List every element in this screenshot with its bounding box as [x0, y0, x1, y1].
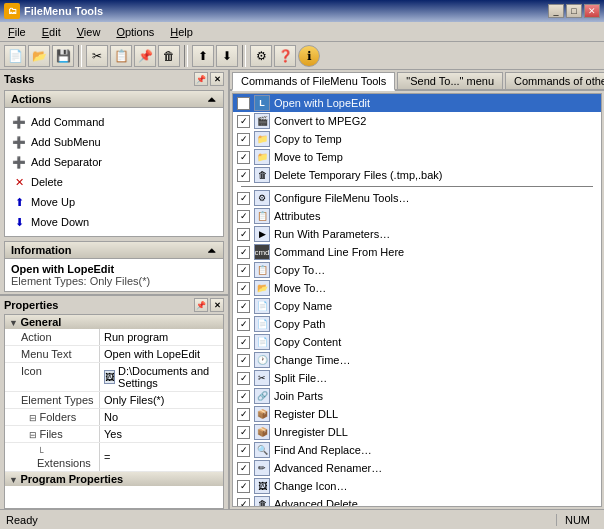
- action-add-command[interactable]: ➕ Add Command: [9, 112, 219, 132]
- toolbar-new[interactable]: 📄: [4, 45, 26, 67]
- program-props-expand-icon[interactable]: ▼: [9, 475, 20, 485]
- cmd-item-copycontent[interactable]: ✓ 📄 Copy Content: [233, 333, 601, 351]
- tab-commands[interactable]: Commands of FileMenu Tools: [232, 72, 395, 91]
- cmd-checkbox-11[interactable]: ✓: [237, 300, 250, 313]
- cmd-checkbox-18[interactable]: ✓: [237, 426, 250, 439]
- action-add-submenu[interactable]: ➕ Add SubMenu: [9, 132, 219, 152]
- toolbar-paste[interactable]: 📌: [134, 45, 156, 67]
- cmd-item-open-with-lopeedit[interactable]: ✓ L Open with LopeEdit: [233, 94, 601, 112]
- cmd-item-copypath[interactable]: ✓ 📄 Copy Path: [233, 315, 601, 333]
- cmd-item-changeicon[interactable]: ✓ 🖼 Change Icon…: [233, 477, 601, 495]
- cmd-checkbox-12[interactable]: ✓: [237, 318, 250, 331]
- toolbar-save[interactable]: 💾: [52, 45, 74, 67]
- title-bar-controls[interactable]: _ □ ✕: [548, 4, 600, 18]
- maximize-button[interactable]: □: [566, 4, 582, 18]
- menu-help[interactable]: Help: [166, 25, 197, 39]
- cmd-item-attributes[interactable]: ✓ 📋 Attributes: [233, 207, 601, 225]
- information-content: Open with LopeEdit Element Types: Only F…: [5, 259, 223, 291]
- cmd-icon-9: 📋: [254, 262, 270, 278]
- tasks-pin-button[interactable]: 📌: [194, 72, 208, 86]
- status-bar: Ready NUM: [0, 509, 604, 529]
- cmd-item-unregisterdll[interactable]: ✓ 📦 Unregister DLL: [233, 423, 601, 441]
- cmd-item-configure[interactable]: ✓ ⚙ Configure FileMenu Tools…: [233, 189, 601, 207]
- prop-menutext-value: Open with LopeEdit: [100, 346, 223, 362]
- menu-edit[interactable]: Edit: [38, 25, 65, 39]
- toolbar-settings[interactable]: ⚙: [250, 45, 272, 67]
- tasks-close-button[interactable]: ✕: [210, 72, 224, 86]
- cmd-checkbox-19[interactable]: ✓: [237, 444, 250, 457]
- cmd-item-moveto[interactable]: ✓ 📂 Move To…: [233, 279, 601, 297]
- cmd-checkbox-6[interactable]: ✓: [237, 210, 250, 223]
- tab-other-apps[interactable]: Commands of other applications: [505, 72, 604, 89]
- toolbar-open[interactable]: 📂: [28, 45, 50, 67]
- minimize-button[interactable]: _: [548, 4, 564, 18]
- cmd-checkbox-0[interactable]: ✓: [237, 97, 250, 110]
- toolbar-copy[interactable]: 📋: [110, 45, 132, 67]
- cmd-item-run-params[interactable]: ✓ ▶ Run With Parameters…: [233, 225, 601, 243]
- toolbar-help[interactable]: ❓: [274, 45, 296, 67]
- cmd-checkbox-16[interactable]: ✓: [237, 390, 250, 403]
- cmd-icon-13: 📄: [254, 334, 270, 350]
- information-chevron[interactable]: ⏶: [207, 245, 217, 256]
- menu-options[interactable]: Options: [112, 25, 158, 39]
- cmd-checkbox-13[interactable]: ✓: [237, 336, 250, 349]
- app-icon: 🗂: [4, 3, 20, 19]
- tasks-header-controls: 📌 ✕: [194, 72, 224, 86]
- properties-close-button[interactable]: ✕: [210, 298, 224, 312]
- action-move-up[interactable]: ⬆ Move Up: [9, 192, 219, 212]
- cmd-item-move-temp[interactable]: ✓ 📁 Move to Temp: [233, 148, 601, 166]
- toolbar-down[interactable]: ⬇: [216, 45, 238, 67]
- menu-file[interactable]: File: [4, 25, 30, 39]
- actions-panel: Actions ⏶ ➕ Add Command ➕ Add SubMenu ➕ …: [4, 90, 224, 237]
- cmd-item-changetime[interactable]: ✓ 🕐 Change Time…: [233, 351, 601, 369]
- cmd-checkbox-20[interactable]: ✓: [237, 462, 250, 475]
- cmd-item-findreplace[interactable]: ✓ 🔍 Find And Replace…: [233, 441, 601, 459]
- action-add-separator[interactable]: ➕ Add Separator: [9, 152, 219, 172]
- cmd-checkbox-8[interactable]: ✓: [237, 246, 250, 259]
- cmd-checkbox-9[interactable]: ✓: [237, 264, 250, 277]
- cmd-label-5: Configure FileMenu Tools…: [274, 192, 410, 204]
- action-move-down[interactable]: ⬇ Move Down: [9, 212, 219, 232]
- cmd-item-advancedrenamer[interactable]: ✓ ✏ Advanced Renamer…: [233, 459, 601, 477]
- toolbar-up[interactable]: ⬆: [192, 45, 214, 67]
- close-button[interactable]: ✕: [584, 4, 600, 18]
- cmd-item-copyname[interactable]: ✓ 📄 Copy Name: [233, 297, 601, 315]
- title-bar-left: 🗂 FileMenu Tools: [4, 3, 103, 19]
- actions-chevron[interactable]: ⏶: [207, 94, 217, 105]
- cmd-item-copyto[interactable]: ✓ 📋 Copy To…: [233, 261, 601, 279]
- cmd-item-joinparts[interactable]: ✓ 🔗 Join Parts: [233, 387, 601, 405]
- action-delete[interactable]: ✕ Delete: [9, 172, 219, 192]
- cmd-checkbox-14[interactable]: ✓: [237, 354, 250, 367]
- toolbar-about[interactable]: ℹ: [298, 45, 320, 67]
- properties-content: ▼ General Action Run program Menu Text O…: [4, 314, 224, 509]
- cmd-checkbox-2[interactable]: ✓: [237, 133, 250, 146]
- cmd-checkbox-5[interactable]: ✓: [237, 192, 250, 205]
- toolbar-cut[interactable]: ✂: [86, 45, 108, 67]
- cmd-item-convert-mpeg2[interactable]: ✓ 🎬 Convert to MPEG2: [233, 112, 601, 130]
- cmd-label-1: Convert to MPEG2: [274, 115, 366, 127]
- cmd-item-copy-temp[interactable]: ✓ 📁 Copy to Temp: [233, 130, 601, 148]
- cmd-checkbox-1[interactable]: ✓: [237, 115, 250, 128]
- cmd-checkbox-3[interactable]: ✓: [237, 151, 250, 164]
- properties-header: Properties 📌 ✕: [0, 296, 228, 314]
- cmd-checkbox-15[interactable]: ✓: [237, 372, 250, 385]
- menu-view[interactable]: View: [73, 25, 105, 39]
- commands-list[interactable]: ✓ L Open with LopeEdit ✓ 🎬 Convert to MP…: [232, 93, 602, 507]
- cmd-checkbox-4[interactable]: ✓: [237, 169, 250, 182]
- cmd-checkbox-22[interactable]: ✓: [237, 498, 250, 508]
- tab-sendto-label: "Send To..." menu: [406, 75, 494, 87]
- cmd-item-delete-temp[interactable]: ✓ 🗑 Delete Temporary Files (.tmp,.bak): [233, 166, 601, 184]
- cmd-checkbox-21[interactable]: ✓: [237, 480, 250, 493]
- cmd-checkbox-10[interactable]: ✓: [237, 282, 250, 295]
- cmd-item-splitfile[interactable]: ✓ ✂ Split File…: [233, 369, 601, 387]
- properties-pin-button[interactable]: 📌: [194, 298, 208, 312]
- toolbar-delete[interactable]: 🗑: [158, 45, 180, 67]
- properties-header-controls: 📌 ✕: [194, 298, 224, 312]
- cmd-item-cmdline[interactable]: ✓ cmd Command Line From Here: [233, 243, 601, 261]
- cmd-item-advanceddelete[interactable]: ✓ 🗑 Advanced Delete…: [233, 495, 601, 507]
- tab-sendto[interactable]: "Send To..." menu: [397, 72, 503, 89]
- cmd-checkbox-7[interactable]: ✓: [237, 228, 250, 241]
- cmd-checkbox-17[interactable]: ✓: [237, 408, 250, 421]
- cmd-item-registerdll[interactable]: ✓ 📦 Register DLL: [233, 405, 601, 423]
- general-expand-icon[interactable]: ▼: [9, 318, 20, 328]
